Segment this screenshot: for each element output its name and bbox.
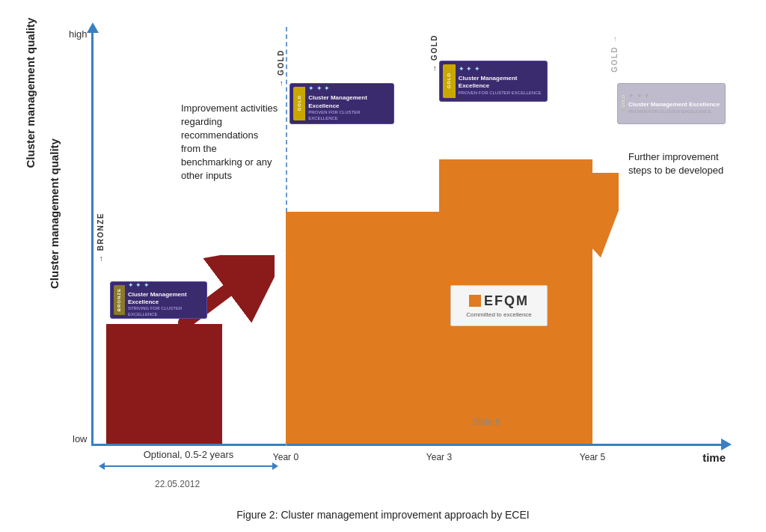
efqm-subtitle: Committed to excellence (466, 311, 532, 318)
bar-bronze (106, 324, 222, 444)
bronze-badge-title: Cluster Management Excellence (128, 291, 203, 307)
gold-y3-annotation: → GOLD (430, 34, 438, 73)
chart-container: Cluster management quality high low time… (24, 12, 742, 506)
further-improvement-annotation: Further improvement steps to be develope… (628, 150, 726, 177)
improvement-annotation: Improvement activities regarding recomme… (181, 102, 278, 183)
slide-label: Slide 8 (473, 417, 500, 427)
y-axis-arrow (87, 22, 99, 33)
gold1-badge-subtitle: PROVEN FOR CLUSTER EXCELLENCE (308, 110, 390, 122)
gold3-badge-subtitle: PROVEN FOR CLUSTER EXCELLENCE (628, 109, 720, 115)
bronze-side-label: BRONZE (117, 288, 121, 311)
badge-gold3: GOLD ✦ ✦ ✦ Cluster Management Excellence… (617, 83, 726, 124)
gold2-badge-subtitle: PROVEN FOR CLUSTER EXCELLENCE (459, 91, 544, 97)
gold3-badge-title: Cluster Management Excellence (628, 101, 720, 108)
figure-caption: Figure 2: Cluster management improvement… (236, 509, 529, 521)
optional-arrow-line (105, 465, 272, 467)
bronze-badge-subtitle: STRIVING FOR CLUSTER EXCELLENCE (128, 306, 203, 318)
y-axis-label-main: Cluster management quality (24, 18, 37, 168)
gold-y5-annotation: GOLD → (610, 34, 619, 73)
badge-gold1: GOLD ✦ ✦ ✦ Cluster Management Excellence… (289, 83, 394, 124)
bronze-annotation: → BRONZE (96, 213, 105, 263)
year3-label: Year 3 (426, 452, 452, 462)
optional-label: Optional, 0.5-2 years (99, 449, 278, 470)
y-axis (91, 27, 94, 446)
y-low-label: low (73, 433, 88, 444)
y-axis-label: Cluster management quality (48, 229, 61, 289)
date-label: 22.05.2012 (155, 479, 200, 489)
efqm-square-icon (469, 295, 481, 307)
gold2-side-label: GOLD (447, 73, 451, 88)
x-axis (91, 444, 727, 446)
badge-bronze: BRONZE ✦ ✦ ✦ Cluster Management Excellen… (110, 281, 207, 319)
year5-label: Year 5 (580, 452, 605, 462)
badge-gold2: GOLD ✦ ✦ ✦ Cluster Management Excellence… (439, 61, 548, 102)
gold-y0-annotation: → GOLD (277, 49, 285, 88)
y-high-label: high (69, 28, 88, 40)
gold1-badge-title: Cluster Management Excellence (308, 94, 390, 110)
svg-line-1 (514, 188, 604, 270)
x-axis-arrow-head (721, 438, 732, 450)
gold1-side-label: GOLD (297, 95, 301, 111)
optional-arrow-left (99, 462, 105, 470)
efqm-logo: EFQM (484, 293, 529, 309)
optional-arrow-right (272, 462, 278, 470)
x-axis-label: time (702, 451, 726, 464)
further-improvement-arrow (506, 173, 619, 285)
efqm-badge: EFQM Committed to excellence (450, 285, 548, 326)
bar-orange1 (286, 212, 439, 444)
gold2-badge-title: Cluster Management Excellence (459, 75, 544, 91)
gold3-side-label: GOLD (621, 95, 625, 108)
